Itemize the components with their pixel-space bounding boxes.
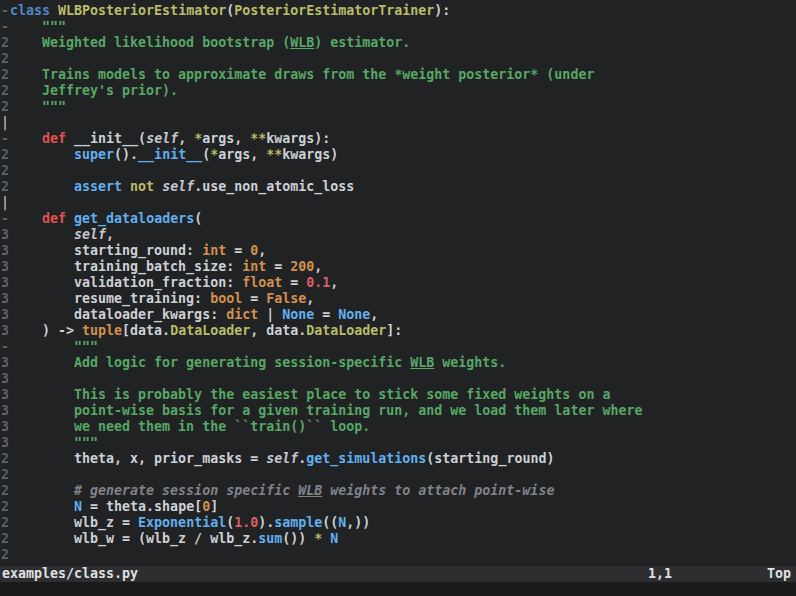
code-line[interactable]: 2 wlb_w = (wlb_z / wlb_z.sum()) * N <box>0 531 796 547</box>
fold-level-marker[interactable]: 3 <box>0 387 10 403</box>
code-token: = <box>242 291 266 306</box>
code-line[interactable]: 2 <box>0 467 796 483</box>
code-line[interactable]: 3 we need them in the ``train()`` loop. <box>0 419 796 435</box>
code-token <box>66 211 74 226</box>
fold-level-marker[interactable]: 3 <box>0 259 10 275</box>
code-line[interactable]: 2 N = theta.shape[0] <box>0 499 796 515</box>
code-line[interactable]: | <box>0 195 796 211</box>
code-token: weights. <box>434 355 506 370</box>
code-token: get_dataloaders <box>74 211 194 226</box>
code-token <box>122 179 130 194</box>
code-token: starting_round: <box>10 243 202 258</box>
fold-level-marker[interactable]: 3 <box>0 323 10 339</box>
code-line[interactable]: - def get_dataloaders( <box>0 211 796 227</box>
code-line[interactable]: | <box>0 115 796 131</box>
fold-level-marker[interactable]: 2 <box>0 179 10 195</box>
code-line[interactable]: 3 Add logic for generating session-speci… <box>0 355 796 371</box>
code-token: sample <box>274 515 322 530</box>
code-editor[interactable]: -class WLBPosteriorEstimator(PosteriorEs… <box>0 0 796 566</box>
fold-level-marker[interactable]: 2 <box>0 515 10 531</box>
code-token: * <box>210 147 218 162</box>
fold-level-marker[interactable]: 3 <box>0 371 10 387</box>
code-token: """ <box>10 339 98 354</box>
code-line[interactable]: 3 validation_fraction: float = 0.1, <box>0 275 796 291</box>
fold-level-marker[interactable]: 3 <box>0 243 10 259</box>
code-line[interactable]: 3 training_batch_size: int = 200, <box>0 259 796 275</box>
fold-level-marker[interactable]: 2 <box>0 547 10 563</box>
fold-level-marker[interactable]: 3 <box>0 291 10 307</box>
code-line[interactable]: -class WLBPosteriorEstimator(PosteriorEs… <box>0 3 796 19</box>
code-token: args, <box>218 147 266 162</box>
code-line[interactable]: 2 """ <box>0 99 796 115</box>
fold-level-marker[interactable]: 2 <box>0 467 10 483</box>
code-token: ) -> <box>10 323 82 338</box>
code-line[interactable]: 3 self, <box>0 227 796 243</box>
fold-level-marker[interactable]: 3 <box>0 435 10 451</box>
fold-level-marker[interactable]: 2 <box>0 163 10 179</box>
fold-level-marker[interactable]: 3 <box>0 355 10 371</box>
code-token: args, <box>202 131 250 146</box>
code-token: 0 <box>202 499 210 514</box>
code-token: WLBPosteriorEstimator <box>58 3 226 18</box>
code-line[interactable]: 2 wlb_z = Exponential(1.0).sample((N,)) <box>0 515 796 531</box>
code-line[interactable]: 3 ) -> tuple[data.DataLoader, data.DataL… <box>0 323 796 339</box>
code-token: Trains models to approximate draws from … <box>10 67 594 82</box>
fold-level-marker[interactable]: 2 <box>0 51 10 67</box>
code-line[interactable]: 2 <box>0 51 796 67</box>
fold-level-marker[interactable]: 2 <box>0 483 10 499</box>
fold-level-marker[interactable]: 2 <box>0 67 10 83</box>
code-line[interactable]: 2 super().__init__(*args, **kwargs) <box>0 147 796 163</box>
fold-level-marker[interactable]: 2 <box>0 35 10 51</box>
code-line[interactable]: 3 """ <box>0 435 796 451</box>
fold-level-marker[interactable]: 3 <box>0 307 10 323</box>
fold-level-marker[interactable]: 3 <box>0 419 10 435</box>
status-cursor-position: 1,1 <box>648 566 672 582</box>
code-line[interactable]: 3 starting_round: int = 0, <box>0 243 796 259</box>
code-line[interactable]: 2 <box>0 547 796 563</box>
fold-bar-marker[interactable]: | <box>0 195 10 211</box>
fold-level-marker[interactable]: 2 <box>0 147 10 163</box>
code-token: float <box>242 275 282 290</box>
fold-open-marker[interactable]: - <box>0 3 10 19</box>
status-scroll-indicator: Top <box>767 566 791 582</box>
fold-level-marker[interactable]: 2 <box>0 451 10 467</box>
code-token <box>50 3 58 18</box>
code-line[interactable]: 2 Jeffrey's prior). <box>0 83 796 99</box>
code-token: self <box>146 131 178 146</box>
code-line[interactable]: 2 Trains models to approximate draws fro… <box>0 67 796 83</box>
code-token: ** <box>250 131 266 146</box>
fold-level-marker[interactable]: 2 <box>0 83 10 99</box>
fold-level-marker[interactable]: 2 <box>0 99 10 115</box>
fold-open-marker[interactable]: - <box>0 131 10 147</box>
code-line[interactable]: 3 resume_training: bool = False, <box>0 291 796 307</box>
code-line[interactable]: 2 # generate session specific WLB weight… <box>0 483 796 499</box>
fold-level-marker[interactable]: 3 <box>0 275 10 291</box>
fold-level-marker[interactable]: 3 <box>0 227 10 243</box>
fold-level-marker[interactable]: 2 <box>0 499 10 515</box>
code-line[interactable]: 2 <box>0 163 796 179</box>
code-token: self <box>74 227 106 242</box>
code-token: validation_fraction: <box>10 275 242 290</box>
fold-open-marker[interactable]: - <box>0 211 10 227</box>
code-line[interactable]: - def __init__(self, *args, **kwargs): <box>0 131 796 147</box>
fold-open-marker[interactable]: - <box>0 339 10 355</box>
fold-level-marker[interactable]: 2 <box>0 531 10 547</box>
code-line[interactable]: 2 theta, x, prior_masks = self.get_simul… <box>0 451 796 467</box>
code-token: kwargs): <box>266 131 330 146</box>
code-token: False <box>266 291 306 306</box>
code-line[interactable]: 3 dataloader_kwargs: dict | None = None, <box>0 307 796 323</box>
fold-bar-marker[interactable]: | <box>0 115 10 131</box>
code-token: wlb_w = (wlb_z / wlb_z. <box>10 531 258 546</box>
code-line[interactable]: 2 assert not self.use_non_atomic_loss <box>0 179 796 195</box>
code-token: = <box>226 243 250 258</box>
command-line[interactable] <box>0 582 796 596</box>
code-token: theta, x, prior_masks = <box>10 451 266 466</box>
fold-level-marker[interactable]: 3 <box>0 403 10 419</box>
fold-open-marker[interactable]: - <box>0 19 10 35</box>
code-line[interactable]: 3 point-wise basis for a given training … <box>0 403 796 419</box>
code-line[interactable]: 3 <box>0 371 796 387</box>
code-line[interactable]: - """ <box>0 19 796 35</box>
code-line[interactable]: - """ <box>0 339 796 355</box>
code-line[interactable]: 3 This is probably the easiest place to … <box>0 387 796 403</box>
code-line[interactable]: 2 Weighted likelihood bootstrap (WLB) es… <box>0 35 796 51</box>
